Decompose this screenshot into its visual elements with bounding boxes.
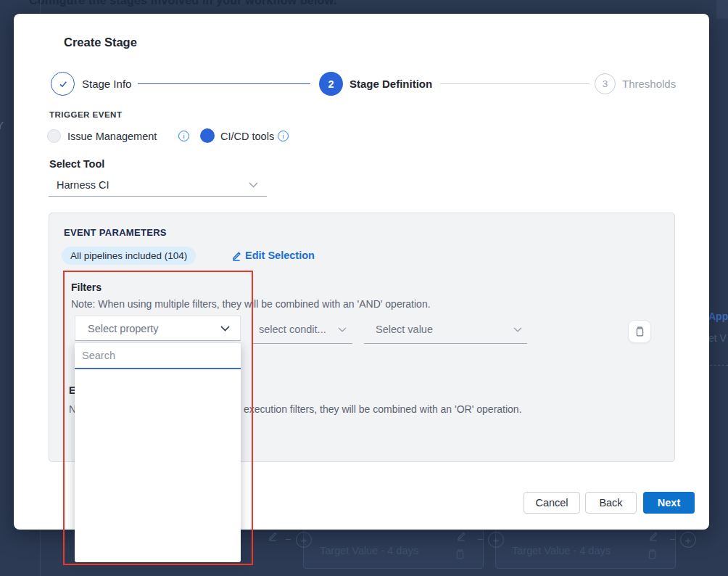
filters-heading: Filters <box>71 281 102 293</box>
background-dashed-line <box>710 365 728 366</box>
stepper-connector <box>138 83 310 84</box>
edit-pencil-icon <box>648 531 658 544</box>
modal-title: Create Stage <box>64 36 137 49</box>
select-tool-value: Harness CI <box>57 179 109 191</box>
dash-decoration <box>478 539 483 540</box>
select-property-placeholder: Select property <box>88 323 159 334</box>
add-stage-plus-icon: + <box>296 532 312 548</box>
edit-pencil-icon <box>231 251 241 264</box>
radio-issue-management-label: Issue Management <box>67 131 157 142</box>
stepper-connector <box>440 83 590 84</box>
radio-cicd-tools[interactable] <box>200 128 215 143</box>
property-dropdown-menu: Rollback i Triggered By i Status i Servi… <box>75 343 241 562</box>
trigger-event-heading: TRIGGER EVENT <box>49 110 122 119</box>
select-value-dropdown[interactable]: Select value <box>376 324 433 335</box>
step-stage-info-label: Stage Info <box>82 78 131 90</box>
edit-pencil-icon <box>456 531 466 544</box>
step-stage-definition-label: Stage Definition <box>349 78 432 90</box>
radio-issue-management[interactable] <box>47 129 61 143</box>
execution-filters-note-fragment: execution filters, they will be combined… <box>244 403 522 415</box>
select-tool-dropdown[interactable]: Harness CI <box>49 174 267 197</box>
select-tool-label: Select Tool <box>49 158 104 170</box>
step-thresholds-label: Thresholds <box>622 78 676 90</box>
target-value-label: Target Value - 4 days <box>320 545 418 556</box>
step-stage-definition-circle[interactable]: 2 <box>319 72 343 96</box>
chevron-down-icon <box>220 326 230 332</box>
background-page-heading: Configure the stages involved in your wo… <box>29 0 336 7</box>
target-value-label: Target Value - 4 days <box>512 545 611 556</box>
background-right-text-fragment-top: Appr <box>708 310 728 322</box>
info-icon[interactable]: i <box>178 131 189 141</box>
pipelines-included-badge: All pipelines included (104) <box>62 247 196 265</box>
background-corner-card <box>716 0 728 19</box>
dash-decoration <box>286 539 291 540</box>
back-button[interactable]: Back <box>585 492 637 514</box>
delete-filter-button[interactable] <box>628 320 651 343</box>
search-input[interactable] <box>75 343 241 368</box>
dash-decoration <box>670 539 675 540</box>
step-stage-info-circle[interactable] <box>51 72 75 96</box>
value-underline <box>364 343 527 344</box>
chevron-down-icon <box>513 327 522 332</box>
event-parameters-heading: EVENT PARAMETERS <box>64 227 167 238</box>
cancel-button[interactable]: Cancel <box>524 492 580 514</box>
add-stage-plus-icon: + <box>488 532 504 548</box>
info-icon[interactable]: i <box>278 131 289 141</box>
radio-cicd-tools-label: CI/CD tools <box>220 131 274 142</box>
trash-icon <box>647 548 658 563</box>
chevron-down-icon <box>249 182 258 188</box>
add-stage-plus-icon: + <box>680 532 696 548</box>
next-button[interactable]: Next <box>643 492 695 514</box>
filters-note: Note: When using multiple filters, they … <box>71 298 431 310</box>
condition-underline <box>253 343 352 344</box>
background-right-text-fragment-bottom: et V <box>708 332 727 344</box>
check-icon <box>57 78 69 90</box>
step-thresholds-circle[interactable]: 3 <box>595 73 616 94</box>
select-condition-dropdown[interactable]: select condit... <box>259 324 326 335</box>
background-left-text-fragment: Y <box>0 119 4 131</box>
screen: Configure the stages involved in your wo… <box>0 0 728 576</box>
edit-selection-link[interactable]: Edit Selection <box>245 250 315 261</box>
dropdown-search[interactable] <box>75 343 241 369</box>
chevron-down-icon <box>338 327 347 332</box>
select-property-dropdown[interactable]: Select property <box>75 316 241 341</box>
trash-icon <box>634 326 645 337</box>
edit-pencil-icon <box>268 531 278 544</box>
trash-icon <box>455 548 466 563</box>
